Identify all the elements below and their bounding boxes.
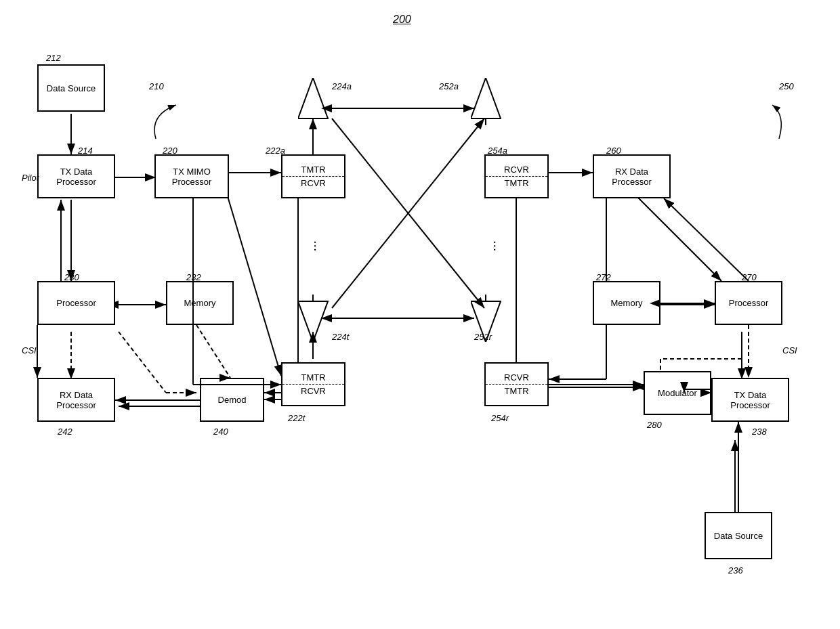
tmtr-rcvr-222a: TMTR RCVR: [281, 154, 345, 198]
tx-system-label: 210: [149, 81, 164, 91]
antenna-252a: [471, 78, 501, 125]
svg-marker-40: [298, 301, 328, 342]
tx-mimo-processor-220: TX MIMOProcessor: [154, 154, 229, 198]
ref-270: 270: [742, 272, 757, 282]
ref-252r: 252r: [474, 332, 492, 342]
svg-marker-42: [471, 78, 501, 118]
demod-240: Demod: [200, 378, 264, 422]
svg-line-28: [119, 332, 166, 393]
ref-236: 236: [728, 565, 743, 576]
processor-230: Processor: [37, 281, 115, 325]
processor-270: Processor: [715, 281, 782, 325]
dots-right: ···: [488, 240, 503, 252]
svg-marker-38: [298, 78, 328, 118]
rcvr-tmtr-254a: RCVR TMTR: [484, 154, 549, 198]
ref-260: 260: [606, 146, 621, 156]
svg-line-54: [664, 198, 749, 281]
ref-212: 212: [46, 53, 61, 63]
diagram: 200 210 250 Data Source 212 TX DataProce…: [0, 0, 840, 629]
ref-240: 240: [213, 427, 228, 437]
ref-254a: 254a: [488, 146, 507, 156]
svg-line-13: [332, 118, 484, 308]
rx-system-label: 250: [779, 81, 794, 91]
ref-280: 280: [647, 420, 662, 430]
antenna-224t: [298, 295, 329, 342]
ref-254r: 254r: [491, 413, 509, 423]
rx-data-processor-260: RX DataProcessor: [593, 154, 671, 198]
pilot-label: Pilot: [22, 173, 39, 183]
ref-230: 230: [64, 272, 79, 282]
csi-left-label: CSI: [22, 345, 37, 355]
rcvr-tmtr-254r: RCVR TMTR: [484, 362, 549, 406]
memory-232: Memory: [166, 281, 234, 325]
ref-242: 242: [58, 427, 72, 437]
ref-224a: 224a: [332, 81, 352, 91]
data-source-212: Data Source: [37, 64, 105, 112]
tmtr-rcvr-222t: TMTR RCVR: [281, 362, 345, 406]
diagram-title: 200: [393, 14, 411, 26]
ref-222a: 222a: [266, 146, 285, 156]
dots-left: ···: [308, 240, 324, 252]
ref-238: 238: [752, 427, 767, 437]
data-source-236: Data Source: [705, 512, 772, 559]
ref-232: 232: [186, 272, 201, 282]
svg-line-8: [224, 183, 281, 376]
memory-272: Memory: [593, 281, 660, 325]
modulator-280: Modulator: [644, 371, 711, 415]
svg-line-64: [196, 325, 230, 378]
ref-214: 214: [78, 146, 93, 156]
svg-line-17: [637, 196, 721, 281]
rx-data-processor-242: RX DataProcessor: [37, 378, 115, 422]
ref-220: 220: [163, 146, 177, 156]
antenna-224a: [298, 78, 329, 125]
ref-252a: 252a: [439, 81, 459, 91]
ref-272: 272: [596, 272, 611, 282]
ref-224t: 224t: [332, 332, 349, 342]
ref-222t: 222t: [288, 413, 305, 423]
tx-data-processor-214: TX DataProcessor: [37, 154, 115, 198]
svg-line-14: [332, 118, 484, 308]
tx-data-processor-238: TX DataProcessor: [711, 378, 789, 422]
csi-right-label: CSI: [782, 345, 797, 355]
